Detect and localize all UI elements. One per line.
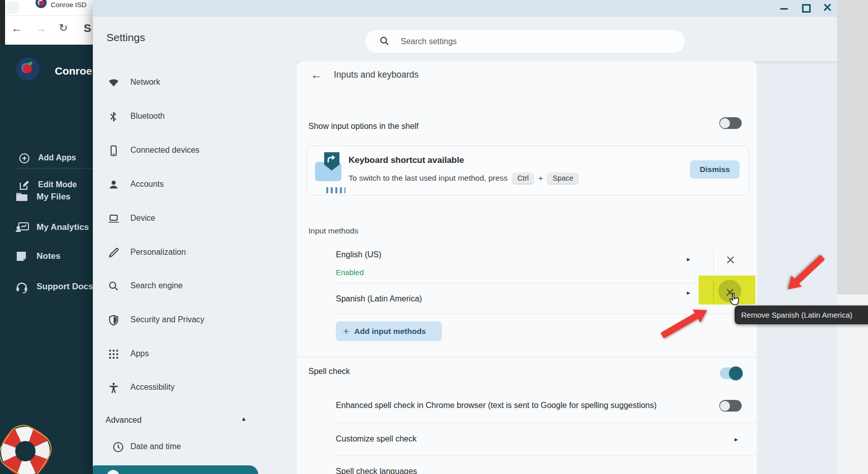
minimize-button[interactable] — [777, 0, 792, 15]
clock-icon — [112, 441, 124, 453]
apple-icon — [23, 64, 32, 73]
search-icon — [379, 36, 390, 46]
browser-tab-corner — [6, 2, 19, 14]
dismiss-button[interactable]: Dismiss — [690, 160, 740, 179]
pen-icon — [108, 247, 120, 259]
row-separator — [713, 280, 714, 302]
show-input-options-toggle[interactable] — [719, 117, 742, 129]
classlink-sidebar: C Conroe Add Apps Edit Mode My Files My … — [0, 45, 93, 474]
hand-cursor-icon — [726, 292, 742, 310]
life-preserver-graphic — [1, 427, 50, 474]
row-divider — [336, 423, 757, 423]
nav-item-device[interactable]: Device — [93, 208, 296, 229]
chevron-right-icon[interactable]: ▸ — [735, 435, 738, 443]
back-icon[interactable]: ← — [11, 22, 22, 35]
smartphone-icon — [108, 145, 120, 157]
plus-icon: + — [343, 326, 349, 336]
input-methods-heading: Input methods — [308, 226, 358, 235]
customize-spell-check-label[interactable]: Customize spell check — [336, 434, 416, 444]
row-divider — [336, 283, 752, 283]
nav-item-search-engine[interactable]: Search engine — [93, 276, 296, 297]
note-icon — [15, 250, 27, 262]
keyboard-shortcut-banner: Keyboard shortcut available To switch to… — [307, 146, 749, 195]
bottom-teal-bar — [93, 465, 258, 474]
brand-name: Conroe — [55, 65, 92, 77]
collapse-caret-icon: ▲ — [241, 416, 247, 422]
sidebar-item-notes[interactable]: Notes — [0, 246, 93, 266]
person-icon — [108, 179, 120, 191]
window-edge — [0, 0, 5, 45]
accessibility-icon — [108, 382, 120, 394]
page-title: Inputs and keyboards — [334, 70, 419, 80]
row-separator — [713, 249, 714, 274]
add-input-methods-button[interactable]: + Add input methods — [336, 321, 442, 341]
search-input[interactable] — [400, 33, 666, 50]
window-titlebar — [93, 0, 837, 17]
banner-text: To switch to the last used input method,… — [349, 174, 508, 183]
sidebar-item-support-docs[interactable]: Support Docs — [0, 277, 93, 297]
nav-item-bluetooth[interactable]: Bluetooth — [93, 106, 296, 127]
nav-item-apps[interactable]: Apps — [93, 344, 296, 365]
settings-search-bar[interactable] — [365, 30, 685, 53]
enhanced-spell-check-toggle[interactable] — [719, 400, 742, 412]
wifi-icon — [108, 77, 120, 89]
nav-item-date-time[interactable]: Date and time — [93, 436, 296, 458]
partial-toolbar-icon[interactable]: S — [84, 22, 91, 35]
spell-check-toggle[interactable] — [720, 367, 742, 379]
analytics-icon — [15, 221, 29, 233]
forward-icon: → — [36, 22, 47, 35]
nav-item-connected-devices[interactable]: Connected devices — [93, 140, 296, 161]
conroe-logo: C — [16, 57, 40, 81]
nav-item-accessibility[interactable]: Accessibility — [93, 377, 296, 398]
sidebar-item-my-analytics[interactable]: My Analytics — [0, 217, 93, 238]
close-button[interactable] — [820, 0, 835, 15]
show-input-options-label: Show input options in the shelf — [308, 122, 419, 131]
input-method-status: Enabled — [336, 268, 364, 277]
nav-item-security-privacy[interactable]: Security and Privacy — [93, 310, 296, 331]
folder-icon — [15, 191, 29, 203]
ctrl-key-chip: Ctrl — [512, 173, 534, 184]
add-circle-icon — [18, 152, 30, 164]
screen: C Conroe ISD ← → ↻ S C Conroe Add Apps E… — [0, 0, 868, 474]
sidebar-divider — [14, 168, 93, 168]
bluetooth-icon — [108, 111, 120, 123]
row-divider — [336, 314, 752, 314]
chevron-right-icon[interactable]: ▸ — [687, 289, 690, 296]
enhanced-spell-check-label: Enhanced spell check in Chrome browser (… — [336, 401, 656, 410]
nav-advanced-toggle[interactable]: Advanced ▲ — [93, 412, 296, 430]
browser-toolbar: ← → ↻ S — [5, 15, 93, 45]
space-key-chip: Space — [547, 173, 578, 184]
maximize-button[interactable] — [798, 0, 813, 15]
banner-description: To switch to the last used input method,… — [349, 173, 578, 184]
sidebar-item-add-apps[interactable]: Add Apps — [0, 148, 93, 168]
laptop-icon — [108, 213, 120, 225]
input-method-name[interactable]: English (US) — [336, 250, 381, 259]
nav-item-accounts[interactable]: Accounts — [93, 174, 296, 195]
back-arrow-icon[interactable]: ← — [310, 67, 323, 82]
apple-icon — [39, 1, 44, 6]
nav-item-network[interactable]: Network — [93, 72, 296, 93]
tab-title[interactable]: Conroe ISD — [51, 1, 87, 9]
shield-icon — [108, 314, 120, 326]
search-icon — [108, 280, 120, 292]
spell-check-heading: Spell check — [308, 367, 350, 376]
reload-icon[interactable]: ↻ — [59, 22, 68, 34]
section-divider — [297, 357, 757, 357]
input-method-name[interactable]: Spanish (Latin America) — [336, 294, 422, 303]
nav-item-personalization[interactable]: Personalization — [93, 242, 296, 263]
row-divider — [336, 455, 757, 456]
spell-check-languages-label: Spell check languages — [336, 467, 417, 474]
support-icon — [15, 281, 28, 294]
plus-sign: + — [538, 174, 543, 183]
remove-english-button[interactable] — [726, 255, 735, 264]
sidebar-item-my-files[interactable]: My Files — [0, 187, 93, 207]
banner-title: Keyboard shortcut available — [349, 155, 464, 165]
remove-tooltip: Remove Spanish (Latin America) — [735, 306, 868, 324]
apps-grid-icon — [108, 348, 120, 360]
desktop-background — [837, 0, 868, 294]
settings-title: Settings — [107, 31, 145, 44]
leaf-icon — [28, 61, 32, 66]
chevron-right-icon[interactable]: ▸ — [687, 255, 690, 263]
